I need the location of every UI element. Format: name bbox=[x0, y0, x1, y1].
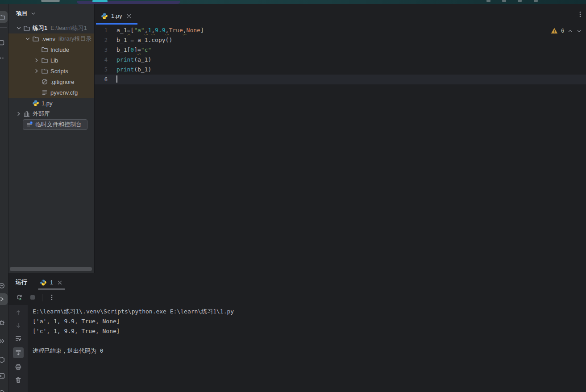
project-tool-button[interactable] bbox=[0, 11, 8, 23]
tree-item-label: 练习1 bbox=[33, 24, 47, 32]
up-stacktrace-button[interactable] bbox=[14, 309, 22, 317]
tree-item-label: .venv bbox=[42, 36, 55, 42]
chevron-down-icon[interactable] bbox=[24, 35, 32, 42]
chevron-spacer bbox=[33, 89, 41, 96]
background-toolbar-icon bbox=[486, 0, 490, 2]
python-icon bbox=[101, 13, 108, 20]
scratch-icon bbox=[25, 121, 33, 128]
ignored-icon bbox=[41, 78, 49, 85]
print-button[interactable] bbox=[14, 363, 22, 371]
tree-item-hint: library根目录 bbox=[58, 35, 91, 43]
tree-item[interactable]: 1.py bbox=[8, 98, 94, 108]
code-line[interactable]: 2b_1 = a_1.copy() bbox=[95, 35, 586, 45]
run-panel-header: 运行 1 bbox=[8, 273, 586, 290]
run-tab-1[interactable]: 1 bbox=[36, 275, 67, 290]
clear-console-button[interactable] bbox=[14, 376, 22, 384]
python-packages-tool-button[interactable] bbox=[0, 354, 8, 366]
line-number[interactable]: 5 bbox=[95, 65, 108, 75]
folder-icon bbox=[23, 25, 31, 32]
project-panel-title: 项目 bbox=[16, 9, 28, 17]
console-toolbar bbox=[8, 305, 28, 392]
soft-wrap-button[interactable] bbox=[14, 334, 22, 342]
code-editor[interactable]: 1a_1=["a",1,9.9,True,None]2b_1 = a_1.cop… bbox=[95, 25, 586, 84]
tree-item-label: 外部库 bbox=[33, 110, 50, 118]
folder-icon bbox=[41, 46, 49, 53]
tab-label: 1.py bbox=[111, 13, 122, 19]
previous-problem-icon[interactable] bbox=[567, 28, 573, 34]
console-line bbox=[33, 336, 234, 346]
chevron-down-icon[interactable] bbox=[15, 25, 23, 32]
more-options-icon[interactable] bbox=[48, 293, 56, 301]
editor-tab-1py[interactable]: 1.py bbox=[96, 7, 137, 25]
terminal-tool-button[interactable] bbox=[0, 370, 8, 382]
tab-options-menu-icon[interactable] bbox=[577, 11, 584, 18]
run-toolbar bbox=[8, 290, 56, 305]
editor-area: 1.py 1a_1=["a",1,9.9,True,None]2b_1 = a_… bbox=[94, 4, 586, 273]
tree-item[interactable]: 练习1E:\learn\练习1 bbox=[8, 23, 94, 33]
tree-item[interactable]: .gitignore bbox=[8, 76, 94, 87]
horizontal-scrollbar-thumb[interactable] bbox=[10, 267, 92, 271]
project-panel-header[interactable]: 项目 bbox=[8, 4, 94, 23]
python-icon bbox=[40, 279, 47, 286]
code-line[interactable]: 4print(a_1) bbox=[95, 55, 586, 65]
console-line: E:\learn\练习1\.venv\Scripts\python.exe E:… bbox=[33, 307, 234, 317]
chevron-right-icon[interactable] bbox=[33, 57, 41, 64]
chevron-spacer bbox=[15, 121, 23, 128]
tree-item-label: pyvenv.cfg bbox=[50, 89, 78, 96]
chevron-spacer bbox=[24, 100, 32, 107]
background-artifact bbox=[92, 0, 108, 2]
close-icon[interactable] bbox=[56, 279, 63, 286]
stripe-divider bbox=[0, 27, 7, 28]
code-line[interactable]: 5print(b_1) bbox=[95, 65, 586, 75]
tree-item[interactable]: Lib bbox=[8, 55, 94, 66]
more-tool-windows-button[interactable] bbox=[0, 52, 8, 64]
library-icon bbox=[23, 110, 31, 117]
cfg-icon bbox=[41, 89, 49, 96]
line-number[interactable]: 2 bbox=[95, 35, 108, 45]
chevron-right-icon[interactable] bbox=[33, 67, 41, 75]
line-number[interactable]: 4 bbox=[95, 55, 108, 65]
tree-item[interactable]: 临时文件和控制台 bbox=[8, 119, 94, 130]
python-console-tool-button[interactable] bbox=[0, 280, 8, 292]
python-icon bbox=[32, 100, 40, 107]
tree-item[interactable]: Include bbox=[8, 44, 94, 55]
next-problem-icon[interactable] bbox=[576, 28, 582, 34]
commit-tool-button[interactable] bbox=[0, 37, 8, 49]
services-tool-button[interactable] bbox=[0, 335, 8, 347]
line-number[interactable]: 6 bbox=[95, 75, 108, 84]
code-line[interactable]: 3b_1[0]="c" bbox=[95, 45, 586, 55]
help-tool-button[interactable] bbox=[0, 387, 8, 392]
tree-item[interactable]: pyvenv.cfg bbox=[8, 87, 94, 98]
scratches-box[interactable]: 临时文件和控制台 bbox=[23, 119, 87, 130]
console-line: 进程已结束，退出代码为 0 bbox=[33, 346, 234, 356]
stop-button[interactable] bbox=[29, 293, 37, 301]
console-line: ['c', 1, 9.9, True, None] bbox=[33, 326, 234, 336]
tree-item-label: Lib bbox=[50, 57, 58, 64]
editor-body[interactable]: 1a_1=["a",1,9.9,True,None]2b_1 = a_1.cop… bbox=[95, 25, 586, 273]
debug-tool-button[interactable] bbox=[0, 317, 8, 328]
tree-item-hint: E:\learn\练习1 bbox=[50, 24, 87, 32]
line-number[interactable]: 1 bbox=[95, 25, 108, 35]
scroll-to-end-button[interactable] bbox=[13, 347, 24, 358]
run-panel-title[interactable]: 运行 bbox=[16, 278, 27, 286]
run-tool-button[interactable] bbox=[0, 293, 8, 305]
tree-item-label: .gitignore bbox=[50, 79, 74, 85]
inspections-widget[interactable]: 6 bbox=[551, 27, 582, 34]
close-icon[interactable] bbox=[125, 13, 133, 20]
tree-item[interactable]: Scripts bbox=[8, 66, 94, 76]
run-console: E:\learn\练习1\.venv\Scripts\python.exe E:… bbox=[8, 305, 586, 392]
chevron-right-icon[interactable] bbox=[15, 110, 23, 117]
rerun-button[interactable] bbox=[15, 293, 23, 301]
tool-window-stripe-left bbox=[0, 4, 8, 392]
tree-item[interactable]: .venvlibrary根目录 bbox=[8, 33, 94, 44]
code-line[interactable]: 1a_1=["a",1,9.9,True,None] bbox=[95, 25, 586, 35]
line-number[interactable]: 3 bbox=[95, 45, 108, 55]
project-tree: 练习1E:\learn\练习1.venvlibrary根目录IncludeLib… bbox=[8, 23, 94, 130]
warning-count: 6 bbox=[561, 28, 564, 34]
folder-icon bbox=[41, 57, 49, 64]
tree-item-label: Include bbox=[50, 46, 69, 53]
down-stacktrace-button[interactable] bbox=[14, 321, 22, 329]
toolbar-separator bbox=[42, 294, 42, 301]
code-line[interactable]: 6 bbox=[95, 75, 586, 84]
tree-item[interactable]: 外部库 bbox=[8, 108, 94, 119]
